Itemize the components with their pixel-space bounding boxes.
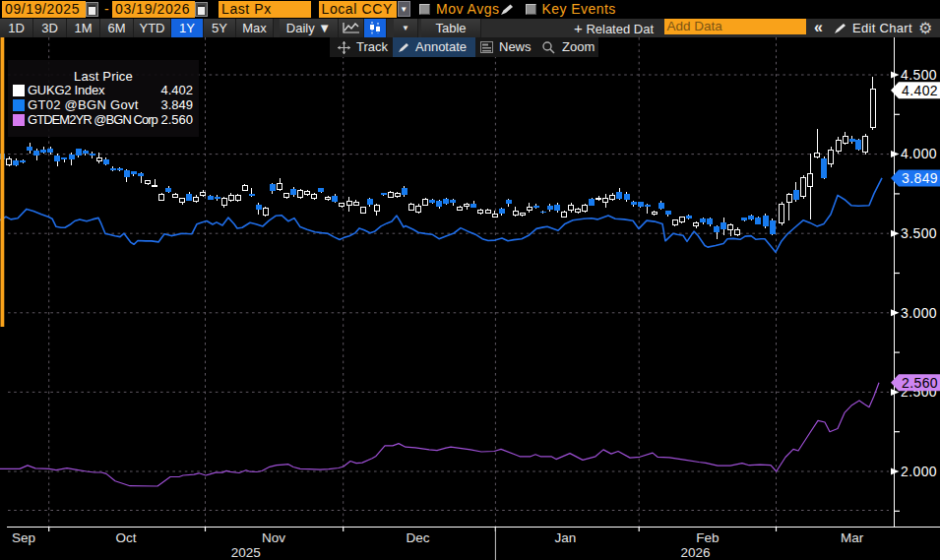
svg-text:Feb: Feb	[696, 530, 719, 545]
svg-text:Oct: Oct	[115, 530, 136, 545]
svg-text:2026: 2026	[680, 545, 710, 560]
svg-text:Mar: Mar	[841, 530, 864, 545]
svg-text:2025: 2025	[231, 545, 261, 560]
svg-text:3.500: 3.500	[901, 225, 937, 241]
svg-text:4.402: 4.402	[902, 83, 938, 98]
svg-text:4.500: 4.500	[901, 67, 937, 83]
svg-text:2.000: 2.000	[901, 464, 937, 479]
svg-text:Jan: Jan	[555, 530, 577, 545]
svg-text:4.000: 4.000	[901, 146, 937, 161]
svg-text:3.000: 3.000	[901, 305, 937, 321]
svg-text:Nov: Nov	[262, 530, 285, 545]
svg-text:Sep: Sep	[12, 530, 35, 545]
svg-text:2.560: 2.560	[902, 375, 938, 391]
svg-text:Dec: Dec	[406, 530, 429, 545]
svg-text:3.849: 3.849	[902, 170, 938, 186]
